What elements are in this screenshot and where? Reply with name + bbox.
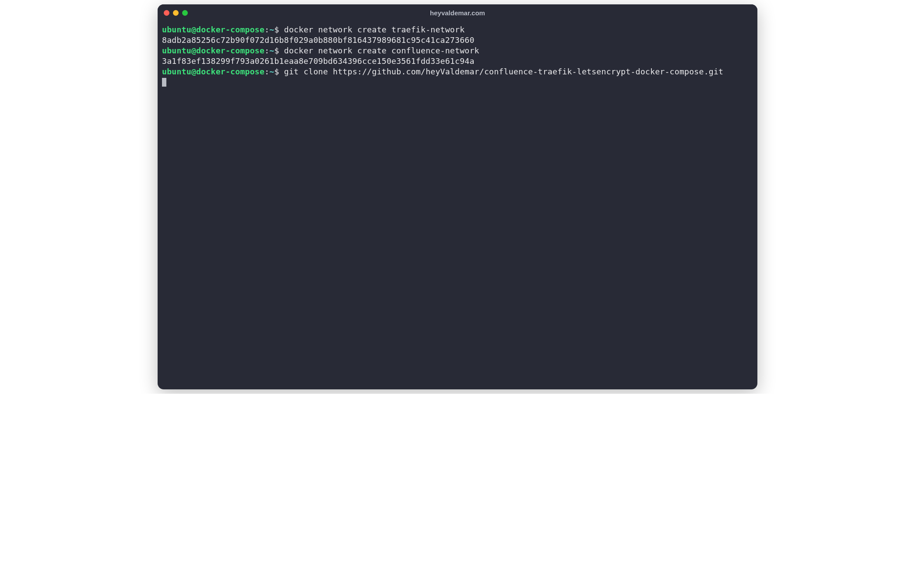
minimize-icon[interactable] xyxy=(173,10,179,16)
fullscreen-icon[interactable] xyxy=(182,10,188,16)
command-text: docker network create confluence-network xyxy=(284,46,479,55)
prompt-path: ~ xyxy=(269,25,274,34)
window-title: heyvaldemar.com xyxy=(430,9,485,17)
terminal-output: 3a1f83ef138299f793a0261b1eaa8e709bd63439… xyxy=(162,56,753,66)
prompt-user: ubuntu@docker-compose xyxy=(162,67,264,76)
prompt-symbol: $ xyxy=(274,67,279,76)
terminal-output: 8adb2a85256c72b90f072d16b8f029a0b880bf81… xyxy=(162,35,753,46)
prompt-path: ~ xyxy=(269,46,274,55)
prompt-symbol: $ xyxy=(274,25,279,34)
prompt-colon: : xyxy=(264,67,269,76)
terminal-line: ubuntu@docker-compose:~$ docker network … xyxy=(162,46,753,56)
prompt-symbol: $ xyxy=(274,46,279,55)
prompt-path: ~ xyxy=(269,67,274,76)
prompt-colon: : xyxy=(264,25,269,34)
command-text xyxy=(279,25,284,34)
cursor-line xyxy=(162,77,753,88)
command-text: docker network create traefik-network xyxy=(284,25,465,34)
command-text xyxy=(279,46,284,55)
cursor-block xyxy=(162,78,166,87)
terminal-line: ubuntu@docker-compose:~$ docker network … xyxy=(162,24,753,35)
terminal-line: ubuntu@docker-compose:~$ git clone https… xyxy=(162,66,753,77)
prompt-user: ubuntu@docker-compose xyxy=(162,25,264,34)
terminal-body[interactable]: ubuntu@docker-compose:~$ docker network … xyxy=(158,21,757,389)
traffic-lights xyxy=(164,10,188,16)
terminal-window: heyvaldemar.com ubuntu@docker-compose:~$… xyxy=(158,4,757,389)
command-text xyxy=(279,67,284,76)
command-text: git clone https://github.com/heyValdemar… xyxy=(284,67,723,76)
titlebar: heyvaldemar.com xyxy=(158,4,757,21)
prompt-user: ubuntu@docker-compose xyxy=(162,46,264,55)
close-icon[interactable] xyxy=(164,10,169,16)
prompt-colon: : xyxy=(264,46,269,55)
